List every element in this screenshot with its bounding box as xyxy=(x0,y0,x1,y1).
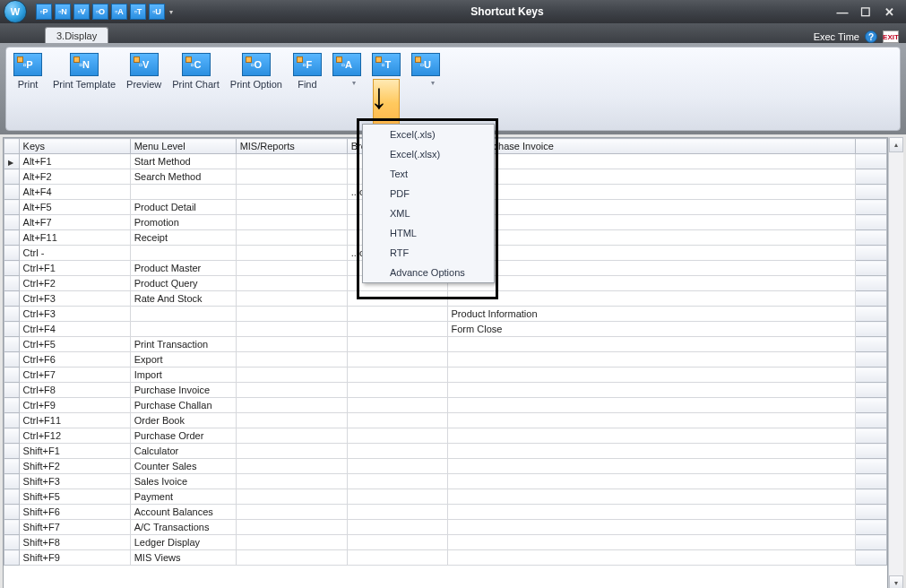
row-header[interactable] xyxy=(4,428,20,444)
table-row[interactable]: Shift+F8Ledger Display xyxy=(4,535,887,550)
row-header[interactable] xyxy=(4,413,20,428)
row-header[interactable] xyxy=(4,307,20,322)
cell: Ctrl+F5 xyxy=(19,337,130,352)
ribbon-print-chart[interactable]: ▫CPrint Chart xyxy=(172,53,220,90)
cell xyxy=(447,368,855,383)
menu-item-pdf[interactable]: PDF xyxy=(363,184,494,203)
table-row[interactable]: Ctrl+F9Purchase Challan xyxy=(4,398,887,413)
row-header[interactable] xyxy=(4,398,20,413)
table-row[interactable]: Shift+F1Calculator xyxy=(4,444,887,459)
cell xyxy=(347,520,447,535)
qat-btn-v[interactable]: ▫V xyxy=(73,4,90,20)
cell xyxy=(347,550,447,566)
ribbon-print[interactable]: ▫PPrint xyxy=(13,53,42,90)
table-row[interactable]: Ctrl+F3Product Information xyxy=(4,307,887,322)
row-header[interactable] xyxy=(4,246,20,261)
table-row[interactable]: Ctrl+F8Purchase Invoice xyxy=(4,383,887,398)
row-header[interactable] xyxy=(4,505,20,520)
ribbon-split-a[interactable]: ▫A▾ xyxy=(332,53,361,92)
row-header[interactable] xyxy=(4,550,20,566)
table-row[interactable]: Ctrl+F11Order Book xyxy=(4,413,887,428)
cell xyxy=(347,459,447,474)
menu-item-rtf[interactable]: RTF xyxy=(363,243,494,263)
row-header[interactable] xyxy=(4,489,20,505)
table-row[interactable]: Shift+F2Counter Sales xyxy=(4,459,887,474)
ribbon-split-u[interactable]: ▫U▾ xyxy=(411,53,440,92)
help-icon[interactable]: ? xyxy=(865,30,877,43)
ribbon-print-option[interactable]: ▫OPrint Option xyxy=(230,53,282,90)
table-row[interactable]: Ctrl+F4Form Close xyxy=(4,322,887,337)
row-header[interactable] xyxy=(4,352,20,368)
qat-btn-o[interactable]: ▫O xyxy=(92,4,108,20)
cell: Rate And Stock xyxy=(130,291,236,307)
vertical-scrollbar[interactable]: ▴ ▾ xyxy=(888,137,903,588)
maximize-button[interactable]: ☐ xyxy=(858,5,874,19)
menu-item-text[interactable]: Text xyxy=(363,164,494,184)
row-header[interactable] xyxy=(4,337,20,352)
cell xyxy=(447,505,855,520)
qat-btn-n[interactable]: ▫N xyxy=(55,4,71,20)
table-row[interactable]: Shift+F5Payment xyxy=(4,489,887,505)
qat-btn-t[interactable]: ▫T xyxy=(130,4,146,20)
column-header[interactable]: Keys xyxy=(19,139,130,154)
cell xyxy=(236,550,347,566)
row-header[interactable] xyxy=(4,276,20,291)
scroll-up-icon[interactable]: ▴ xyxy=(889,137,903,152)
menu-item-excel-xlsx-[interactable]: Excel(.xlsx) xyxy=(363,144,494,164)
qat-btn-a[interactable]: ▫A xyxy=(111,4,127,20)
qat-more-icon[interactable]: ▾ xyxy=(168,4,175,20)
menu-item-advance-options[interactable]: Advance Options xyxy=(363,263,494,282)
row-header[interactable] xyxy=(4,474,20,489)
ribbon-label: Print Template xyxy=(53,79,116,90)
row-header[interactable] xyxy=(4,291,20,307)
row-header[interactable] xyxy=(4,261,20,276)
column-header[interactable]: ...tion/Purchase Invoice xyxy=(447,139,855,154)
row-trailer xyxy=(855,322,886,337)
column-header[interactable]: Menu Level xyxy=(130,139,236,154)
menu-item-excel-xls-[interactable]: Excel(.xls) xyxy=(363,125,494,144)
close-button[interactable]: ✕ xyxy=(881,5,897,19)
ribbon-find[interactable]: ▫FFind xyxy=(293,53,322,90)
exit-icon[interactable]: EXIT xyxy=(883,30,899,43)
row-header[interactable] xyxy=(4,169,20,185)
row-header[interactable] xyxy=(4,322,20,337)
row-header[interactable] xyxy=(4,383,20,398)
row-header[interactable] xyxy=(4,154,20,169)
row-header-corner[interactable] xyxy=(4,139,20,154)
column-header[interactable] xyxy=(855,139,886,154)
table-row[interactable]: Ctrl+F5Print Transaction xyxy=(4,337,887,352)
cell: Ctrl+F1 xyxy=(19,261,130,276)
cell xyxy=(447,215,855,230)
qat-btn-p[interactable]: ▫P xyxy=(36,4,52,20)
row-header[interactable] xyxy=(4,200,20,215)
row-header[interactable] xyxy=(4,368,20,383)
table-row[interactable]: Shift+F3Sales Ivoice xyxy=(4,474,887,489)
menu-item-xml[interactable]: XML xyxy=(363,203,494,223)
row-header[interactable] xyxy=(4,535,20,550)
row-header[interactable] xyxy=(4,444,20,459)
ribbon-print-template[interactable]: ▫NPrint Template xyxy=(53,53,116,90)
tab-display[interactable]: 3.Display xyxy=(45,27,108,43)
row-header[interactable] xyxy=(4,185,20,200)
row-header[interactable] xyxy=(4,230,20,246)
row-header[interactable] xyxy=(4,459,20,474)
cell: Ctrl+F2 xyxy=(19,276,130,291)
cell xyxy=(347,337,447,352)
menu-item-html[interactable]: HTML xyxy=(363,223,494,243)
table-row[interactable]: Shift+F6Account Balances xyxy=(4,505,887,520)
table-row[interactable]: Shift+F9MIS Views xyxy=(4,550,887,566)
column-header[interactable]: MIS/Reports xyxy=(236,139,347,154)
table-row[interactable]: Ctrl+F6Export xyxy=(4,352,887,368)
table-row[interactable]: Ctrl+F12Purchase Order xyxy=(4,428,887,444)
chevron-down-icon[interactable]: ▾ xyxy=(431,79,440,92)
qat-btn-u[interactable]: ▫U xyxy=(149,4,165,20)
row-header[interactable] xyxy=(4,520,20,535)
minimize-button[interactable]: — xyxy=(834,5,850,19)
row-header[interactable] xyxy=(4,215,20,230)
scroll-down-icon[interactable]: ▾ xyxy=(889,575,903,588)
app-orb[interactable]: W xyxy=(4,0,27,23)
table-row[interactable]: Ctrl+F7Import xyxy=(4,368,887,383)
table-row[interactable]: Shift+F7A/C Transactions xyxy=(4,520,887,535)
chevron-down-icon[interactable]: ▾ xyxy=(352,79,361,92)
ribbon-preview[interactable]: ▫VPreview xyxy=(126,53,161,90)
